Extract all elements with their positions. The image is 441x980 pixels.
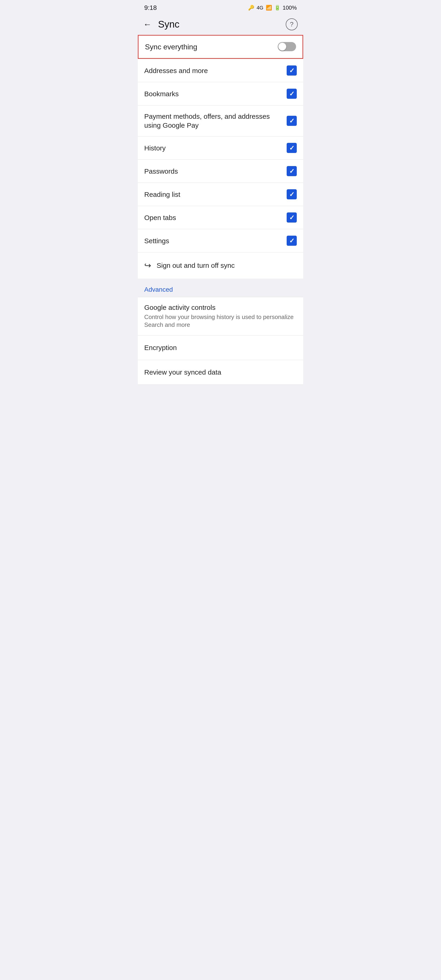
battery-percent: 100% — [283, 5, 297, 11]
toggle-track — [278, 42, 296, 51]
google-activity-row[interactable]: Google activity controls Control how you… — [138, 297, 303, 335]
check-icon-payment: ✓ — [289, 117, 295, 125]
sign-out-label: Sign out and turn off sync — [157, 262, 235, 269]
google-activity-title: Google activity controls — [144, 304, 297, 312]
setting-row-payment[interactable]: Payment methods, offers, and addresses u… — [138, 105, 303, 136]
check-icon-passwords: ✓ — [289, 167, 295, 175]
review-synced-label: Review your synced data — [144, 368, 221, 376]
check-icon-history: ✓ — [289, 144, 295, 152]
checkbox-open-tabs[interactable]: ✓ — [287, 212, 297, 223]
sign-out-row[interactable]: ↪ Sign out and turn off sync — [138, 252, 303, 278]
key-icon: 🔑 — [248, 5, 254, 11]
setting-label-passwords: Passwords — [144, 167, 287, 176]
check-icon-addresses: ✓ — [289, 67, 295, 75]
battery-icon: 🔋 — [274, 5, 280, 11]
encryption-label: Encryption — [144, 344, 177, 352]
setting-label-reading-list: Reading list — [144, 190, 287, 199]
check-icon-reading-list: ✓ — [289, 191, 295, 198]
sync-everything-toggle[interactable] — [278, 42, 296, 52]
setting-label-open-tabs: Open tabs — [144, 213, 287, 222]
status-bar: 9:18 🔑 4G 📶 🔋 100% — [138, 0, 303, 14]
sign-out-icon: ↪ — [144, 261, 151, 270]
setting-row-settings[interactable]: Settings ✓ — [138, 229, 303, 252]
checkbox-passwords[interactable]: ✓ — [287, 166, 297, 176]
advanced-section-header: Advanced — [138, 278, 303, 297]
setting-label-addresses: Addresses and more — [144, 66, 287, 75]
toolbar-left: ← Sync — [142, 19, 179, 30]
sync-everything-row[interactable]: Sync everything — [138, 35, 303, 59]
setting-label-history: History — [144, 143, 287, 153]
setting-row-reading-list[interactable]: Reading list ✓ — [138, 183, 303, 206]
content: Sync everything Addresses and more ✓ Boo… — [138, 35, 303, 385]
signal-icon: 4G — [256, 5, 263, 11]
checkbox-reading-list[interactable]: ✓ — [287, 189, 297, 199]
checkbox-settings[interactable]: ✓ — [287, 235, 297, 246]
toolbar: ← Sync ? — [138, 14, 303, 35]
checkbox-addresses[interactable]: ✓ — [287, 65, 297, 76]
setting-row-passwords[interactable]: Passwords ✓ — [138, 160, 303, 183]
advanced-label: Advanced — [144, 286, 173, 293]
encryption-row[interactable]: Encryption — [138, 336, 303, 360]
setting-label-bookmarks: Bookmarks — [144, 89, 287, 98]
checkbox-bookmarks[interactable]: ✓ — [287, 89, 297, 99]
review-synced-row[interactable]: Review your synced data — [138, 360, 303, 385]
google-activity-subtitle: Control how your browsing history is use… — [144, 313, 297, 329]
checkbox-history[interactable]: ✓ — [287, 143, 297, 153]
setting-row-open-tabs[interactable]: Open tabs ✓ — [138, 206, 303, 229]
check-icon-bookmarks: ✓ — [289, 90, 295, 98]
page-title: Sync — [158, 19, 179, 30]
signal-bars-icon: 📶 — [266, 5, 272, 11]
setting-row-bookmarks[interactable]: Bookmarks ✓ — [138, 82, 303, 105]
status-icons: 🔑 4G 📶 🔋 100% — [248, 5, 297, 11]
setting-row-history[interactable]: History ✓ — [138, 137, 303, 159]
check-icon-settings: ✓ — [289, 237, 295, 245]
status-time: 9:18 — [144, 4, 157, 11]
help-icon: ? — [290, 21, 293, 28]
toggle-thumb — [279, 43, 286, 51]
help-button[interactable]: ? — [286, 18, 298, 30]
checkbox-payment[interactable]: ✓ — [287, 116, 297, 126]
setting-row-addresses[interactable]: Addresses and more ✓ — [138, 59, 303, 82]
back-button[interactable]: ← — [142, 19, 153, 30]
setting-label-settings: Settings — [144, 236, 287, 245]
check-icon-open-tabs: ✓ — [289, 214, 295, 221]
sync-everything-label: Sync everything — [145, 43, 197, 51]
setting-label-payment: Payment methods, offers, and addresses u… — [144, 112, 287, 130]
